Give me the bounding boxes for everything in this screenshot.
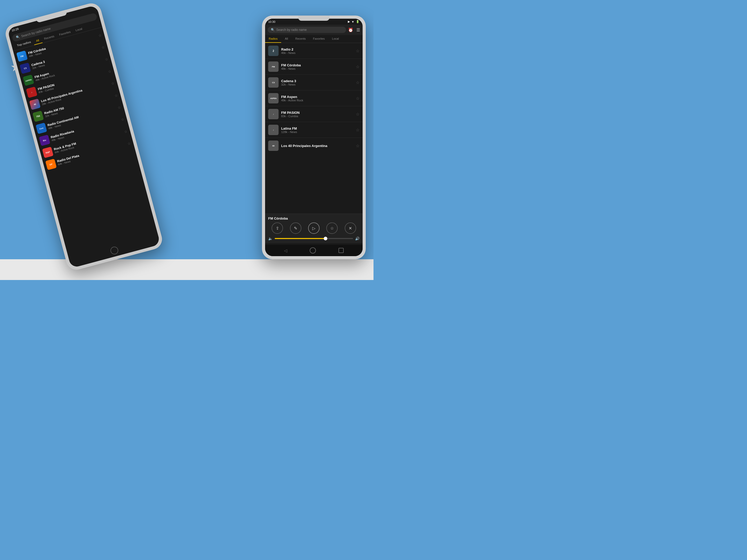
list-item[interactable]: 2 Radio 2 46k - News ☆	[265, 43, 363, 59]
radio-name: Los 40 Principales Argentina	[281, 144, 353, 148]
favorite-icon[interactable]: ☆	[356, 64, 360, 69]
phone2-time: 10:30	[268, 20, 276, 23]
volume-track[interactable]	[275, 238, 353, 239]
favorite-icon[interactable]: ☆	[127, 141, 131, 146]
volume-control[interactable]: 🔈 🔊	[268, 236, 360, 241]
radio-sub: 83k - Cumbia	[281, 114, 353, 118]
radio-sub: 48k - News	[281, 67, 353, 70]
favorite-icon[interactable]: ☆	[124, 129, 128, 134]
list-item[interactable]: FM FM Córdoba 48k - News ☆	[265, 59, 363, 75]
favorite-icon[interactable]: ☆	[120, 117, 125, 122]
phone1-time: 10:29	[11, 27, 19, 32]
phone2-radio-list: 2 Radio 2 46k - News ☆ FM FM Córdoba 48k…	[265, 43, 363, 152]
radio-info: FM PASION 83k - Cumbia	[281, 111, 353, 118]
radio-logo: C3	[20, 62, 31, 74]
favorite-icon[interactable]: ☆	[117, 105, 122, 110]
radio-logo: 750	[32, 111, 44, 122]
menu-icon[interactable]: ☰	[356, 27, 360, 32]
phone2-tab-recents[interactable]: Recents	[291, 35, 309, 43]
radio-logo: 40	[29, 99, 41, 110]
play-button[interactable]: ▷	[308, 222, 319, 234]
edit-icon: ✎	[294, 226, 297, 231]
volume-fill	[275, 238, 326, 239]
favorite-icon[interactable]: ☆	[104, 57, 109, 62]
battery-icon: 🔋	[356, 20, 360, 23]
radio-name: Latina FM	[281, 127, 353, 130]
phone2-search-area: 🔍 Search by radio name ⏰ ☰	[265, 25, 363, 35]
phone2-tab-favorites[interactable]: Favorites	[309, 35, 328, 43]
volume-knob[interactable]	[324, 237, 327, 240]
share-button[interactable]: ⇪	[272, 222, 283, 234]
favorite-icon[interactable]: ☆	[108, 69, 112, 74]
radio-info: FM Córdoba 48k - News	[281, 63, 353, 70]
share-icon: ⇪	[276, 226, 279, 231]
list-item[interactable]: ♪ Latina FM 128k - News ☆	[265, 122, 363, 138]
phone2-search-placeholder: Search by radio name	[276, 28, 307, 32]
radio-logo: ASPEN	[268, 93, 279, 103]
radio-info: Latina FM 128k - News	[281, 127, 353, 134]
phone2-tab-all[interactable]: All	[281, 35, 291, 43]
phone2-body: 10:30 ▶ ▼ 🔋 🔍 Search by radio name ⏰ ☰	[262, 16, 366, 259]
recents-button[interactable]	[338, 248, 344, 253]
radio-name: FM Córdoba	[281, 63, 353, 67]
radio-name: Radio 2	[281, 48, 353, 51]
close-icon: ✕	[349, 226, 352, 231]
radio-logo: ♪	[268, 109, 279, 119]
radio-logo: 40	[268, 140, 279, 151]
radio-logo: ♪	[26, 87, 37, 98]
phone2-tab-radios[interactable]: Radios	[265, 35, 281, 43]
wifi-icon: ▼	[352, 20, 354, 23]
favorite-icon[interactable]: ☆	[356, 49, 360, 53]
phone2-search-input[interactable]: 🔍 Search by radio name	[268, 27, 346, 33]
now-playing-title: FM Córdoba	[268, 216, 360, 220]
radio-info: Los 40 Principales Argentina	[281, 144, 353, 148]
favorite-icon[interactable]: ☆	[98, 33, 102, 38]
radio-logo: ♪	[268, 125, 279, 135]
phone1-home-button[interactable]	[110, 246, 119, 256]
phone2-now-playing: FM Córdoba ⇪ ✎ ▷ ☆ ✕	[265, 214, 363, 243]
phone2-bottom-nav: ◁	[265, 245, 363, 256]
radio-name: Cadena 3	[281, 79, 353, 83]
radio-logo: Riv	[39, 135, 50, 146]
phone2-notch	[298, 16, 329, 21]
alarm-icon[interactable]: ⏰	[348, 27, 353, 32]
back-button[interactable]: ◁	[284, 248, 287, 253]
edit-button[interactable]: ✎	[290, 222, 301, 234]
favorite-icon[interactable]: ☆	[356, 128, 360, 132]
volume-high-icon: 🔊	[355, 236, 360, 241]
favorite-icon[interactable]: ☆	[101, 45, 106, 50]
volume-low-icon: 🔈	[268, 236, 273, 241]
close-button[interactable]: ✕	[345, 222, 356, 234]
radio-logo: R&P	[42, 147, 53, 158]
radio-sub: 46k - News	[281, 51, 353, 54]
play-icon: ▷	[312, 226, 315, 231]
list-item[interactable]: C3 Cadena 3 32k - News ☆	[265, 75, 363, 90]
bottom-strip	[0, 259, 374, 280]
radio-name: FM Aspen	[281, 95, 353, 99]
list-item[interactable]: ♪ FM PASION 83k - Cumbia ☆	[265, 106, 363, 122]
player-controls: ⇪ ✎ ▷ ☆ ✕	[268, 222, 360, 234]
list-item[interactable]: ASPEN FM Aspen 49k - Active Rock ☆	[265, 90, 363, 106]
favorite-icon[interactable]: ☆	[356, 112, 360, 117]
list-item[interactable]: 40 Los 40 Principales Argentina ☆	[265, 138, 363, 152]
home-button[interactable]	[310, 247, 316, 254]
phone2-device: 10:30 ▶ ▼ 🔋 🔍 Search by radio name ⏰ ☰	[262, 16, 366, 259]
radio-logo: FM	[268, 61, 279, 72]
favorite-icon[interactable]: ☆	[356, 96, 360, 101]
radio-info: Cadena 3 32k - News	[281, 79, 353, 86]
radio-sub: 128k - News	[281, 130, 353, 134]
favorite-icon[interactable]: ☆	[356, 143, 360, 148]
radio-logo: DP	[45, 159, 57, 170]
radio-logo: FM	[16, 51, 28, 62]
radio-info: Radio 2 46k - News	[281, 48, 353, 54]
phone1-search-icon: 🔍	[16, 35, 20, 39]
favorite-icon[interactable]: ☆	[111, 81, 115, 86]
favorite-icon[interactable]: ☆	[356, 80, 360, 85]
phone2-action-icons: ⏰ ☰	[348, 27, 360, 32]
radio-logo: C3	[268, 77, 279, 88]
radio-sub: 49k - Active Rock	[281, 99, 353, 102]
favorite-button[interactable]: ☆	[326, 222, 338, 234]
phone2-tab-local[interactable]: Local	[328, 35, 342, 43]
radio-sub: 32k - News	[281, 83, 353, 86]
favorite-icon[interactable]: ☆	[114, 93, 119, 98]
